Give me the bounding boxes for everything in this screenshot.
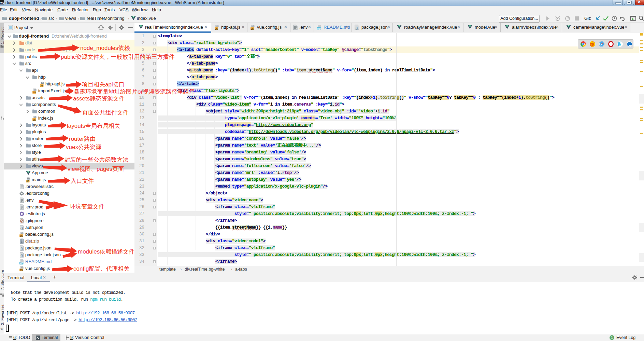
svg-text:JS: JS — [251, 28, 254, 30]
svg-text:1: 1 — [611, 336, 613, 340]
svg-text:WS: WS — [0, 2, 4, 4]
svg-text:{}: {} — [356, 26, 358, 30]
svg-text:JS: JS — [215, 28, 218, 30]
svg-text:MD: MD — [317, 28, 321, 30]
